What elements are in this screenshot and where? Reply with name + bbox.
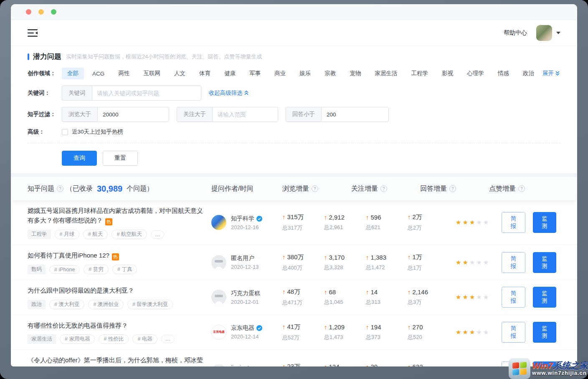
hot-list-checkbox-label: 近30天上过知乎热榜	[72, 128, 123, 136]
close-window-button[interactable]	[26, 9, 31, 15]
help-center-link[interactable]: 帮助中心	[504, 29, 527, 37]
author-avatar[interactable]	[211, 215, 226, 230]
question-title[interactable]: 嫦娥五号返回器携月球样品在内蒙古成功着陆，对中国航天意义有多大？你有哪些想说的？…	[28, 206, 203, 225]
topic-tag[interactable]: # 贫穷	[84, 265, 108, 274]
question-title[interactable]: 《令人心动的offer》第一季播出后，为什么郭旭，梅桢，邓冰莹都开始往博主方向发…	[28, 355, 203, 366]
answers-lt-prefix: 回答小于	[286, 107, 321, 122]
follows-delta: 68	[329, 288, 336, 296]
author-cell: 京东电器 京东电器 2020-12-14	[211, 324, 282, 340]
advanced-filter-label: 高级：	[28, 128, 62, 136]
topic-tag[interactable]: # 电器	[132, 334, 157, 344]
topic-tag[interactable]: # 丁真	[112, 265, 137, 274]
domain-tab[interactable]: 心理学	[461, 68, 489, 79]
question-title[interactable]: 如何看待丁真使用iPhone 12?热	[28, 250, 203, 260]
author-name[interactable]: 知乎科学	[231, 215, 254, 222]
report-button[interactable]: 简报	[502, 322, 525, 343]
author-name[interactable]: 巧克力蛋糕	[231, 290, 260, 297]
domain-tab[interactable]: 人文	[169, 68, 191, 79]
domain-tab[interactable]: 政治	[517, 68, 540, 79]
monitor-button[interactable]: 监测	[533, 252, 557, 273]
topic-tag[interactable]: # 航空航天	[112, 230, 147, 239]
domain-tab[interactable]: 娱乐	[294, 68, 316, 79]
author-avatar[interactable]: 京东电器	[211, 325, 226, 340]
domain-tab[interactable]: 商业	[269, 68, 291, 79]
views-gt-input[interactable]	[97, 107, 169, 122]
likes-help-icon[interactable]: ?	[518, 185, 525, 192]
collapse-advanced-link[interactable]: 收起高级筛选	[209, 89, 248, 97]
keyword-input[interactable]	[92, 86, 201, 101]
domain-tab[interactable]: 家居生活	[370, 68, 403, 79]
domain-tab[interactable]: 健康	[219, 68, 241, 79]
follows-cell: ↑1,209 总1,473	[324, 323, 366, 341]
author-name[interactable]: jiaxiaotong	[231, 364, 259, 366]
domain-tab[interactable]: 军事	[244, 68, 266, 79]
likes-delta: 1万	[413, 253, 422, 260]
domain-tab[interactable]: 两性	[113, 68, 135, 79]
user-menu-caret-icon[interactable]	[556, 32, 560, 34]
domain-tab[interactable]: 宠物	[344, 68, 366, 79]
filter-panel: 潜力问题 实时采集知乎问题数据，根据近24小时问答的浏览、关注、回答、点赞等增量…	[11, 46, 577, 173]
domain-tab[interactable]: 影视	[436, 68, 459, 79]
topic-tag[interactable]: # 家用电器	[60, 334, 95, 344]
follows-help-icon[interactable]: ?	[380, 185, 387, 192]
star-filled-icon: ★	[462, 259, 469, 266]
zhihu-filter-row: 知乎过滤： 浏览大于 关注大于 回答小于	[28, 107, 560, 122]
domain-tab[interactable]: 宗教	[319, 68, 341, 79]
author-name[interactable]: 京东电器	[231, 324, 254, 332]
views-cell: ↑41万 总52万	[282, 323, 324, 341]
monitor-button[interactable]: 监测	[533, 322, 557, 343]
question-text: 为什么跟中国吵得最凶的是澳大利亚？	[28, 287, 134, 294]
up-arrow-icon: ↑	[408, 363, 411, 366]
domain-tab[interactable]: 体育	[194, 68, 216, 79]
domain-tab[interactable]: ACG	[87, 68, 110, 79]
expand-domains-link[interactable]: 展开	[542, 70, 560, 77]
chevron-double-down-icon	[555, 71, 560, 76]
answers-delta: 194	[371, 323, 381, 331]
answers-help-icon[interactable]: ?	[449, 185, 456, 192]
author-name[interactable]: 匿名用户	[231, 255, 254, 262]
hot-list-checkbox[interactable]	[62, 129, 68, 135]
topic-tag[interactable]: # 性价比	[99, 334, 129, 344]
question-tags: 数码 # iPhone# 贫穷# 丁真	[28, 265, 203, 274]
views-help-icon[interactable]: ?	[312, 185, 318, 192]
author-avatar[interactable]	[211, 364, 226, 366]
question-help-icon[interactable]: ?	[57, 185, 63, 192]
topic-tag[interactable]: # 月球	[55, 230, 79, 239]
topic-tag[interactable]: # 澳洲创业	[88, 300, 123, 309]
domain-tab[interactable]: 全部	[62, 68, 84, 79]
keyword-input-prefix: 关键词	[62, 86, 92, 101]
more-tags-pill[interactable]: …	[161, 335, 175, 343]
author-avatar[interactable]	[211, 290, 226, 305]
user-avatar[interactable]	[536, 25, 552, 41]
col-answers-header: 回答增量 ?	[420, 184, 489, 193]
author-avatar[interactable]	[211, 255, 226, 270]
report-button[interactable]: 简报	[502, 287, 525, 308]
domain-tab[interactable]: 工程学	[406, 68, 434, 79]
answers-lt-input[interactable]	[321, 107, 389, 122]
menu-fold-icon[interactable]	[28, 29, 38, 37]
page-title: 潜力问题	[33, 52, 61, 61]
topic-tag[interactable]: # 航天	[83, 230, 108, 239]
topic-tag[interactable]: # 澳大利亚	[49, 300, 84, 309]
row-actions: 简报 监测	[502, 287, 560, 308]
question-title[interactable]: 有哪些性价比无敌的电器值得推荐？	[28, 321, 203, 330]
topic-tag[interactable]: # iPhone	[49, 265, 80, 274]
follows-gt-input[interactable]	[212, 107, 278, 122]
more-tags-pill[interactable]: …	[151, 230, 165, 239]
question-title[interactable]: 为什么跟中国吵得最凶的是澳大利亚？	[28, 286, 203, 295]
star-empty-icon: ★	[483, 219, 490, 226]
report-button[interactable]: 简报	[502, 212, 525, 233]
query-button[interactable]: 查询	[62, 151, 97, 166]
category-tag: 工程学	[28, 230, 51, 239]
domain-tab[interactable]: 情感	[492, 68, 514, 79]
monitor-button[interactable]: 监测	[533, 212, 557, 233]
minimize-window-button[interactable]	[38, 9, 44, 15]
maximize-window-button[interactable]	[51, 9, 56, 15]
reset-button[interactable]: 重置	[103, 151, 138, 166]
report-button[interactable]: 简报	[502, 252, 525, 273]
watermark-url: www.win7zhijia.cn	[532, 370, 588, 376]
domain-tab[interactable]: 互联网	[138, 68, 166, 79]
star-empty-icon: ★	[483, 328, 490, 336]
topic-tag[interactable]: # 留学澳大利亚	[127, 300, 173, 309]
monitor-button[interactable]: 监测	[533, 287, 557, 308]
